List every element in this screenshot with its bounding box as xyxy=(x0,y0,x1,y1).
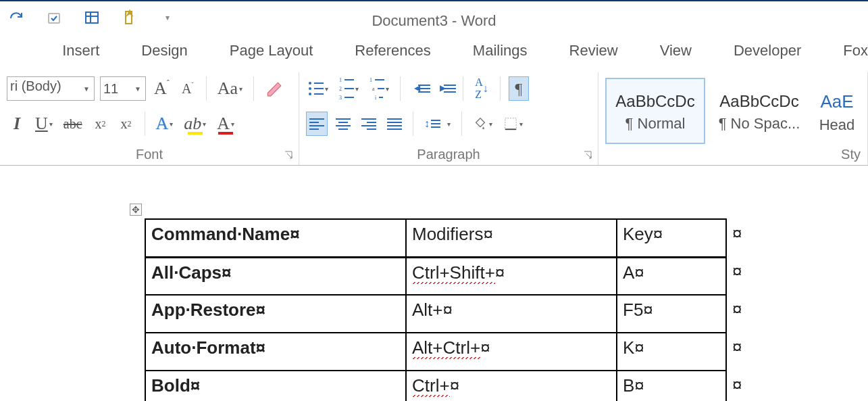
table-icon[interactable] xyxy=(82,8,101,27)
group-label-font: Font xyxy=(136,147,163,162)
style-no-spacing[interactable]: AaBbCcDc ¶ No Spac... xyxy=(709,78,809,144)
align-center-button[interactable] xyxy=(333,112,353,136)
cell-key[interactable]: B¤ xyxy=(617,371,726,401)
cell-key[interactable]: K¤ xyxy=(617,333,726,371)
multilevel-list-button[interactable]: 1ai▾ xyxy=(367,76,392,101)
tab-developer[interactable]: Developer xyxy=(723,38,812,64)
style-heading1[interactable]: AaE Head xyxy=(813,78,861,144)
bullets-button[interactable]: ▾ xyxy=(306,76,331,101)
group-styles: AaBbCcDc ¶ Normal AaBbCcDc ¶ No Spac... … xyxy=(598,72,868,165)
font-dialog-launcher[interactable] xyxy=(284,150,293,160)
table-header-command[interactable]: Command·Name¤ xyxy=(145,219,406,257)
cell-key[interactable]: A¤ xyxy=(617,257,726,295)
row-end-mark: ¤ xyxy=(726,257,748,295)
svg-rect-1 xyxy=(86,12,98,23)
cell-command[interactable]: Auto·Format¤ xyxy=(145,333,406,371)
underline-button[interactable]: U▾ xyxy=(32,112,55,136)
cell-modifiers[interactable]: Ctrl+Shift+¤ xyxy=(406,257,617,295)
svg-rect-0 xyxy=(49,14,59,23)
style-sample: AaE xyxy=(820,91,853,112)
increase-indent-button[interactable]: ▶ xyxy=(434,76,455,101)
highlight-button[interactable]: ab▾ xyxy=(181,112,209,136)
font-size-value: 11 xyxy=(103,81,118,97)
tab-mailings[interactable]: Mailings xyxy=(462,38,538,64)
tab-view[interactable]: View xyxy=(649,38,703,64)
text-effects-button[interactable]: A▾ xyxy=(153,112,176,136)
table-header-row: Command·Name¤ Modifiers¤ Key¤ ¤ xyxy=(145,219,748,257)
line-spacing-button[interactable]: ↕ ▾ xyxy=(422,112,453,136)
style-name: Head xyxy=(819,116,855,134)
table-row: Auto·Format¤ Alt+Ctrl+¤ K¤ ¤ xyxy=(145,333,748,371)
cell-modifiers[interactable]: Ctrl+¤ xyxy=(406,371,617,401)
superscript-button[interactable]: x2 xyxy=(116,112,136,136)
group-font: ri (Body) ▼ 11 ▼ Aˆ Aˇ Aa▾ I U▾ abc x2 x… xyxy=(0,72,299,165)
row-end-mark: ¤ xyxy=(726,333,748,371)
cell-command[interactable]: App·Restore¤ xyxy=(145,295,406,333)
grow-font-button[interactable]: Aˆ xyxy=(151,76,172,101)
show-hide-button[interactable]: ¶ xyxy=(509,76,529,101)
table-row: App·Restore¤ Alt+¤ F5¤ ¤ xyxy=(145,295,748,333)
cell-modifiers[interactable]: Alt+Ctrl+¤ xyxy=(406,333,617,371)
justify-button[interactable] xyxy=(384,112,405,136)
group-paragraph: ▾ 123▾ 1ai▾ ◀ ▶ AZ↓ ¶ xyxy=(299,72,598,165)
tab-review[interactable]: Review xyxy=(559,38,629,64)
numbering-button[interactable]: 123▾ xyxy=(336,76,361,101)
tab-foxit[interactable]: Foxit xyxy=(832,38,868,64)
cell-modifiers[interactable]: Alt+¤ xyxy=(406,295,617,333)
tab-file[interactable]: e xyxy=(0,38,31,64)
window-title: Document3 - Word xyxy=(372,12,496,30)
style-sample: AaBbCcDc xyxy=(719,92,798,111)
change-case-button[interactable]: Aa▾ xyxy=(215,76,245,101)
shrink-font-button[interactable]: Aˇ xyxy=(178,76,198,101)
paragraph-dialog-launcher[interactable] xyxy=(583,150,592,160)
chevron-down-icon: ▼ xyxy=(134,85,141,93)
row-end-mark: ¤ xyxy=(726,295,748,333)
tab-insert[interactable]: Insert xyxy=(51,38,110,64)
ribbon-tabs: e Insert Design Page Layout References M… xyxy=(0,36,868,66)
qat-customize-icon[interactable]: ▾ xyxy=(158,8,177,27)
decrease-indent-button[interactable]: ◀ xyxy=(409,76,429,101)
tab-page-layout[interactable]: Page Layout xyxy=(219,38,324,64)
cell-command[interactable]: All·Caps¤ xyxy=(145,257,406,295)
tab-design[interactable]: Design xyxy=(130,38,198,64)
font-color-button[interactable]: A▾ xyxy=(214,112,237,136)
svg-rect-4 xyxy=(505,118,517,130)
table-header-modifiers[interactable]: Modifiers¤ xyxy=(406,219,617,257)
style-normal[interactable]: AaBbCcDc ¶ Normal xyxy=(605,78,705,144)
group-label-paragraph: Paragraph xyxy=(417,147,480,162)
font-size-combo[interactable]: 11 ▼ xyxy=(100,76,146,101)
row-end-mark: ¤ xyxy=(726,371,748,401)
chevron-down-icon: ▼ xyxy=(83,85,90,93)
row-end-mark: ¤ xyxy=(726,219,748,257)
borders-button[interactable]: ▾ xyxy=(501,112,526,136)
redo-icon[interactable] xyxy=(7,8,26,27)
font-family-combo[interactable]: ri (Body) ▼ xyxy=(7,76,95,101)
table-row: All·Caps¤ Ctrl+Shift+¤ A¤ ¤ xyxy=(145,257,748,295)
check-icon[interactable] xyxy=(45,8,63,27)
strikethrough-button[interactable]: abc xyxy=(61,112,85,136)
table-row: Bold¤ Ctrl+¤ B¤ ¤ xyxy=(145,371,748,401)
style-sample: AaBbCcDc xyxy=(615,92,694,111)
group-label-styles: Sty xyxy=(841,147,861,162)
sort-button[interactable]: AZ↓ xyxy=(471,76,492,101)
style-name: ¶ Normal xyxy=(626,115,686,133)
align-right-button[interactable] xyxy=(359,112,379,136)
align-left-button[interactable] xyxy=(306,112,328,136)
cell-command[interactable]: Bold¤ xyxy=(145,371,406,401)
subscript-button[interactable]: x2 xyxy=(91,112,111,136)
macro-icon[interactable] xyxy=(120,8,139,27)
cell-key[interactable]: F5¤ xyxy=(617,295,726,333)
font-family-value: ri (Body) xyxy=(10,78,61,93)
document-area[interactable]: ✥ Command·Name¤ Modifiers¤ Key¤ ¤ All·Ca… xyxy=(0,199,868,401)
command-table: Command·Name¤ Modifiers¤ Key¤ ¤ All·Caps… xyxy=(145,218,748,401)
clear-formatting-button[interactable] xyxy=(262,76,285,101)
table-move-handle-icon[interactable]: ✥ xyxy=(130,204,142,216)
tab-references[interactable]: References xyxy=(344,38,442,64)
table-header-key[interactable]: Key¤ xyxy=(617,219,726,257)
shading-button[interactable]: ▾ xyxy=(470,112,495,136)
style-name: ¶ No Spac... xyxy=(719,115,800,133)
italic-button[interactable]: I xyxy=(7,112,27,136)
